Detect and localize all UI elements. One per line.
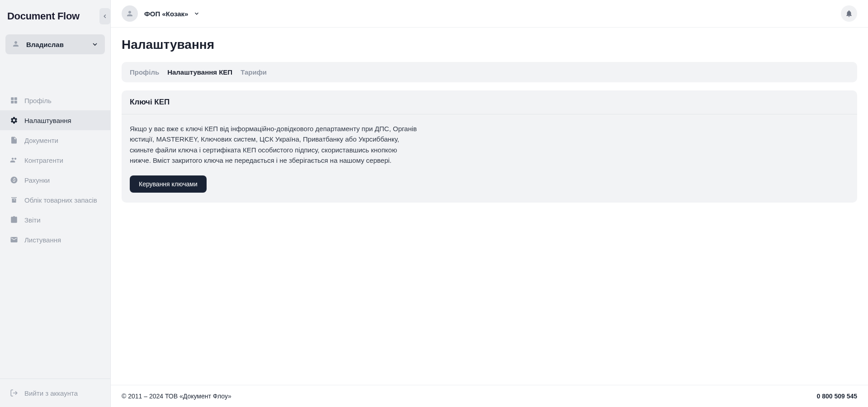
chevron-down-icon	[193, 10, 200, 17]
topbar: ФОП «Козак»	[111, 0, 868, 28]
nav-item-profile[interactable]: Профіль	[0, 90, 110, 110]
nav-item-label: Облік товарних запасів	[24, 196, 97, 204]
kep-keys-card: Ключі КЕП Якщо у вас вже є ключі КЕП від…	[122, 90, 857, 203]
logout-button[interactable]: Вийти з аккаунта	[0, 384, 110, 402]
user-name: Владислав	[26, 41, 91, 48]
nav-item-label: Листування	[24, 236, 61, 244]
users-icon	[10, 156, 18, 164]
sidebar-header: Document Flow	[0, 0, 110, 33]
tab-profile[interactable]: Профіль	[130, 68, 159, 76]
clipboard-icon	[10, 216, 18, 224]
notifications-button[interactable]	[841, 5, 857, 22]
file-icon	[10, 136, 18, 144]
nav-item-invoices[interactable]: Рахунки	[0, 170, 110, 190]
nav-item-contractors[interactable]: Контрагенти	[0, 150, 110, 170]
archive-icon	[10, 196, 18, 204]
nav-item-label: Рахунки	[24, 176, 50, 184]
logout-label: Вийти з аккаунта	[24, 389, 78, 397]
main-area: ФОП «Козак» Налаштування Профіль Налашту…	[111, 0, 868, 407]
footer-phone: 0 800 509 545	[816, 393, 857, 400]
card-title: Ключі КЕП	[130, 98, 849, 107]
user-selector[interactable]: Владислав	[5, 34, 105, 54]
app-logo: Document Flow	[7, 10, 80, 22]
logout-icon	[10, 389, 18, 397]
nav-item-label: Налаштування	[24, 117, 71, 124]
org-selector[interactable]: ФОП «Козак»	[144, 10, 200, 18]
nav-item-label: Звіти	[24, 216, 41, 224]
card-body: Якщо у вас вже є ключі КЕП від інформаці…	[122, 114, 857, 203]
copyright-text: © 2011 – 2024 ТОВ «Документ Флоу»	[122, 393, 231, 400]
gear-icon	[10, 116, 18, 124]
chevron-down-icon	[91, 41, 99, 48]
mail-icon	[10, 236, 18, 244]
svg-rect-0	[11, 97, 14, 100]
content-area: Налаштування Профіль Налаштування КЕП Та…	[111, 28, 868, 385]
sidebar: Document Flow Владислав Профіль Налаштув…	[0, 0, 111, 407]
card-header: Ключі КЕП	[122, 90, 857, 114]
chevron-left-icon	[102, 13, 108, 19]
tabs-bar: Профіль Налаштування КЕП Тарифи	[122, 62, 857, 82]
nav-item-messages[interactable]: Листування	[0, 230, 110, 250]
nav-item-label: Профіль	[24, 97, 52, 104]
tab-tariffs[interactable]: Тарифи	[241, 68, 267, 76]
user-icon	[126, 9, 134, 18]
card-description: Якщо у вас вже є ключі КЕП від інформаці…	[130, 123, 419, 166]
svg-rect-1	[14, 97, 17, 100]
nav-item-reports[interactable]: Звіти	[0, 210, 110, 230]
bell-icon	[845, 9, 853, 18]
svg-rect-2	[11, 101, 14, 104]
org-avatar	[122, 5, 138, 22]
tab-kep-settings[interactable]: Налаштування КЕП	[167, 68, 232, 76]
nav-list: Профіль Налаштування Документи Контраген…	[0, 90, 110, 379]
nav-item-documents[interactable]: Документи	[0, 130, 110, 150]
nav-item-inventory[interactable]: Облік товарних запасів	[0, 190, 110, 210]
svg-rect-3	[14, 101, 17, 104]
footer: © 2011 – 2024 ТОВ «Документ Флоу» 0 800 …	[111, 385, 868, 407]
sidebar-collapse-button[interactable]	[99, 8, 110, 24]
nav-item-settings[interactable]: Налаштування	[0, 110, 110, 130]
nav-item-label: Документи	[24, 137, 58, 144]
org-name: ФОП «Козак»	[144, 10, 188, 18]
manage-keys-button[interactable]: Керування ключами	[130, 175, 207, 193]
dollar-icon	[10, 176, 18, 184]
user-icon	[12, 40, 21, 49]
sidebar-footer: Вийти з аккаунта	[0, 379, 110, 407]
dashboard-icon	[10, 96, 18, 104]
nav-item-label: Контрагенти	[24, 156, 63, 164]
page-title: Налаштування	[122, 38, 857, 52]
